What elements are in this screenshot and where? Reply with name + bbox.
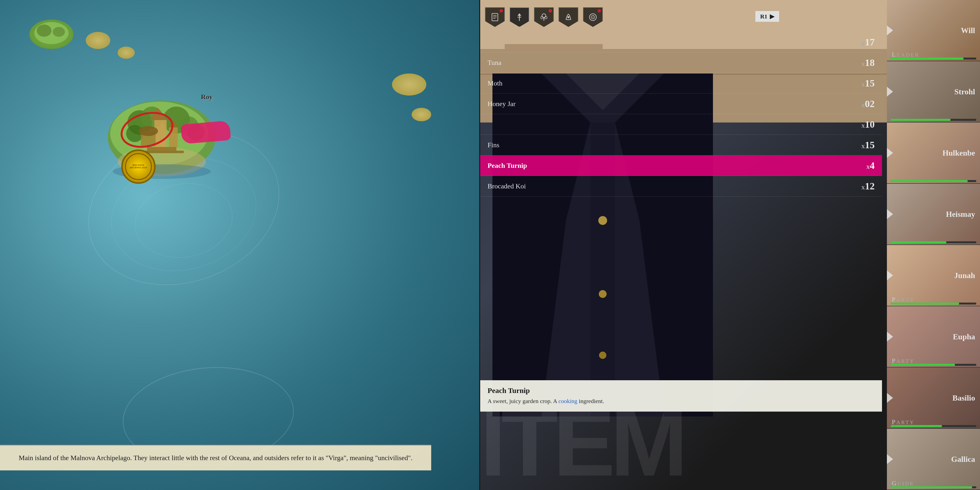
char-role-will: LEADER: [892, 51, 920, 58]
svg-point-2: [37, 24, 51, 37]
portrait-strohl[interactable]: Strohl: [887, 61, 980, 123]
island-right-2: [412, 108, 431, 121]
portrait-arrow-gallica: [887, 454, 893, 464]
portrait-hulkenbe[interactable]: Hulkenbe: [887, 123, 980, 184]
island-top-left-3: [118, 46, 135, 59]
hp-fill-eupha: [891, 364, 955, 366]
portrait-arrow-junah: [887, 270, 893, 280]
island-top-left-2: [86, 32, 110, 49]
svg-point-49: [592, 17, 593, 18]
hp-fill-hulkenbe: [891, 180, 968, 182]
map-location-label: Roy: [201, 93, 213, 101]
notification-dot-3: [549, 9, 552, 13]
island-right-1: [392, 73, 426, 95]
location-description: Main island of the Malnova Archipelago. …: [12, 453, 419, 463]
char-role-junah: PARTY: [892, 296, 915, 303]
char-name-gallica: Gallica: [951, 455, 975, 464]
char-name-junah: Junah: [954, 271, 975, 280]
portrait-arrow-heismay: [887, 209, 893, 219]
hp-bar-eupha: [891, 364, 976, 366]
nav-tab-1[interactable]: [485, 7, 505, 27]
hp-bar-gallica: [891, 486, 976, 488]
hp-fill-basilio: [891, 425, 942, 427]
hp-fill-strohl: [891, 119, 951, 121]
item-row-4[interactable]: x10: [480, 114, 882, 135]
item-row-0[interactable]: x17: [480, 32, 882, 52]
hp-fill-will: [891, 57, 964, 59]
char-role-eupha: PARTY: [892, 357, 915, 364]
char-name-strohl: Strohl: [954, 87, 975, 96]
r1-button-indicator[interactable]: R1 ▶: [755, 11, 779, 22]
svg-point-3: [52, 27, 65, 37]
char-name-will: Will: [961, 26, 975, 35]
portrait-arrow-strohl: [887, 87, 893, 97]
hp-fill-gallica: [891, 486, 972, 488]
notification-dot-5: [598, 9, 601, 13]
char-name-heismay: Heismay: [946, 210, 975, 219]
game-ui-panel: R1 ▶ x17 Tuna x18 Moth x15 Honey Ja: [480, 0, 980, 490]
nav-tab-4[interactable]: [558, 7, 578, 27]
character-sidebar: Will LEADER Strohl Hulkenbe: [887, 0, 980, 490]
svg-point-41: [542, 14, 546, 18]
item-row-fins[interactable]: Fins x15: [480, 135, 882, 155]
portrait-arrow-basilio: [887, 393, 893, 403]
hp-bar-hulkenbe: [891, 180, 976, 182]
item-row-honeyjar[interactable]: Honey Jar x02: [480, 94, 882, 114]
hp-bar-heismay: [891, 241, 976, 243]
portrait-gallica[interactable]: Gallica GUIDE: [887, 429, 980, 490]
portrait-arrow-hulkenbe: [887, 148, 893, 158]
faction-medallion: MALNOVA ARCHIPELAGO: [121, 150, 156, 184]
item-list: x17 Tuna x18 Moth x15 Honey Jar x02 x10: [480, 32, 882, 392]
hp-bar-strohl: [891, 119, 976, 121]
portrait-junah[interactable]: Junah PARTY: [887, 245, 980, 306]
item-row-brocaded-koi[interactable]: Brocaded Koi x12: [480, 176, 882, 196]
portrait-arrow-will: [887, 25, 893, 35]
hp-fill-heismay: [891, 241, 947, 243]
hp-fill-junah: [891, 302, 959, 304]
svg-rect-19: [147, 147, 177, 151]
char-role-gallica: GUIDE: [892, 480, 914, 487]
nav-tab-2[interactable]: [510, 7, 529, 27]
map-panel: MALNOVA ARCHIPELAGO Roy Main island of t…: [0, 0, 480, 490]
hp-bar-will: [891, 57, 976, 59]
location-info-box: Main island of the Malnova Archipelago. …: [0, 445, 431, 470]
char-role-basilio: PARTY: [892, 418, 915, 426]
char-name-basilio: Basilio: [953, 393, 975, 402]
top-navigation: R1 ▶: [485, 5, 882, 29]
island-top-left-1: [29, 20, 73, 49]
hp-bar-junah: [891, 302, 976, 304]
char-name-eupha: Eupha: [953, 332, 975, 341]
item-row-moth[interactable]: Moth x15: [480, 73, 882, 94]
item-row-peach-turnip[interactable]: Peach Turnip x4: [480, 155, 882, 176]
item-watermark: ITEM: [480, 397, 683, 490]
portrait-arrow-eupha: [887, 332, 893, 342]
nav-tab-5[interactable]: [583, 7, 603, 27]
portrait-basilio[interactable]: Basilio PARTY: [887, 368, 980, 429]
nav-tab-3[interactable]: [534, 7, 554, 27]
portrait-eupha[interactable]: Eupha PARTY: [887, 306, 980, 368]
char-name-hulkenbe: Hulkenbe: [942, 148, 975, 158]
portrait-heismay[interactable]: Heismay: [887, 184, 980, 245]
notification-dot-1: [500, 9, 503, 13]
svg-marker-39: [517, 13, 521, 16]
hp-bar-basilio: [891, 425, 976, 427]
portrait-will[interactable]: Will LEADER: [887, 0, 980, 61]
svg-point-46: [568, 16, 570, 18]
item-row-tuna[interactable]: Tuna x18: [480, 52, 882, 73]
